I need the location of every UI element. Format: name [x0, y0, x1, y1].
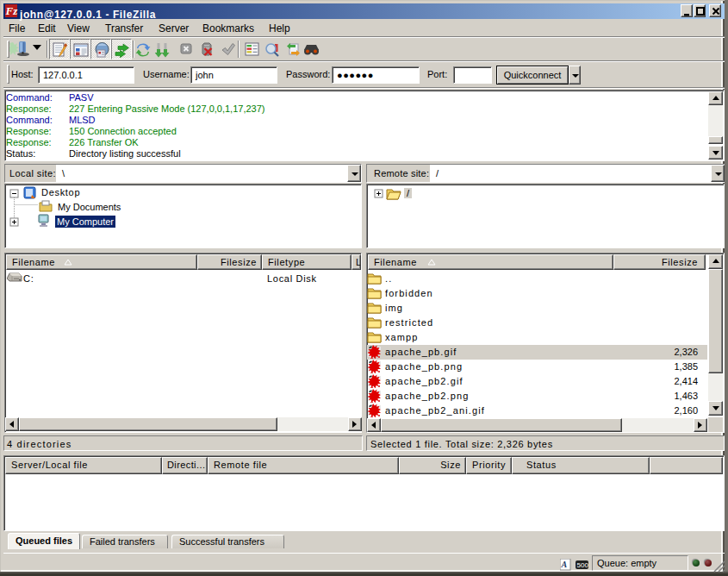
svg-text:Fz: Fz — [5, 4, 18, 17]
svg-text:A: A — [561, 560, 568, 569]
svg-text:500: 500 — [577, 561, 589, 569]
